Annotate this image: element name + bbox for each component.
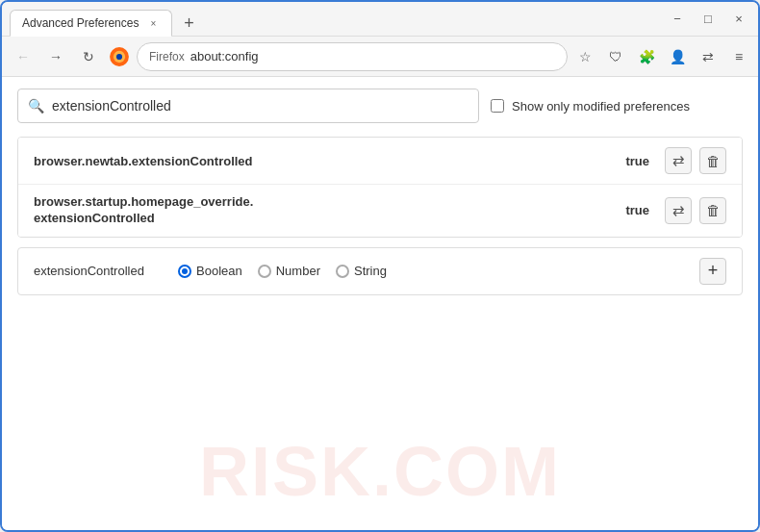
sync-icon[interactable]: ⇄ xyxy=(697,45,720,68)
maximize-button[interactable]: □ xyxy=(697,8,720,31)
profile-icon[interactable]: 👤 xyxy=(666,45,689,68)
toggle-button-1[interactable]: ⇄ xyxy=(665,147,692,174)
results-table: browser.newtab.extensionControlled true … xyxy=(17,137,743,238)
back-button[interactable]: ← xyxy=(10,43,37,70)
pref-name-line1: browser.startup.homepage_override. xyxy=(34,194,625,211)
table-row: browser.newtab.extensionControlled true … xyxy=(18,138,742,185)
delete-button-1[interactable]: 🗑 xyxy=(699,147,726,174)
pref-value-2: true xyxy=(625,203,649,217)
string-radio[interactable] xyxy=(336,265,349,278)
type-radio-group: Boolean Number String xyxy=(178,264,680,278)
shield-icon[interactable]: 🛡 xyxy=(604,45,627,68)
extension-icon[interactable]: 🧩 xyxy=(635,45,658,68)
string-label: String xyxy=(354,264,387,278)
boolean-radio[interactable] xyxy=(178,265,191,278)
toggle-button-2[interactable]: ⇄ xyxy=(665,197,692,224)
browser-name: Firefox xyxy=(149,50,185,63)
pref-name-1: browser.newtab.extensionControlled xyxy=(34,154,625,168)
title-bar: Advanced Preferences × + − □ × xyxy=(2,2,758,37)
number-radio-item[interactable]: Number xyxy=(258,264,320,278)
search-input[interactable] xyxy=(52,98,469,114)
nav-icons: ☆ 🛡 🧩 👤 ⇄ ≡ xyxy=(573,45,750,68)
modified-preferences-area: Show only modified preferences xyxy=(491,99,690,114)
number-label: Number xyxy=(276,264,320,278)
svg-point-2 xyxy=(116,53,122,59)
boolean-radio-item[interactable]: Boolean xyxy=(178,264,242,278)
active-tab[interactable]: Advanced Preferences × xyxy=(10,10,172,37)
table-row: browser.startup.homepage_override. exten… xyxy=(18,185,742,237)
tab-area: Advanced Preferences × + xyxy=(10,2,658,36)
string-radio-item[interactable]: String xyxy=(336,264,387,278)
pref-name-2: browser.startup.homepage_override. exten… xyxy=(34,194,625,227)
tab-close-button[interactable]: × xyxy=(146,16,160,30)
search-icon: 🔍 xyxy=(28,98,44,114)
reload-button[interactable]: ↻ xyxy=(75,43,102,70)
menu-button[interactable]: ≡ xyxy=(727,45,750,68)
add-button[interactable]: + xyxy=(699,258,726,285)
url-display: about:config xyxy=(190,49,259,63)
modified-label: Show only modified preferences xyxy=(512,99,690,114)
new-pref-name: extensionControlled xyxy=(34,264,159,278)
pref-name-line2: extensionControlled xyxy=(34,211,625,227)
boolean-label: Boolean xyxy=(196,264,242,278)
pref-value-1: true xyxy=(625,154,649,168)
watermark: RISK.COM xyxy=(199,432,561,511)
nav-bar: ← → ↻ Firefox about:config ☆ 🛡 🧩 👤 ⇄ ≡ xyxy=(2,37,758,77)
bookmark-icon[interactable]: ☆ xyxy=(573,45,596,68)
main-content: 🔍 Show only modified preferences browser… xyxy=(2,77,758,530)
window-controls: − □ × xyxy=(666,8,750,31)
add-preference-row: extensionControlled Boolean Number Strin… xyxy=(17,247,743,295)
new-tab-button[interactable]: + xyxy=(176,11,201,36)
number-radio[interactable] xyxy=(258,265,271,278)
modified-only-checkbox[interactable] xyxy=(491,99,504,113)
minimize-button[interactable]: − xyxy=(666,8,689,31)
delete-button-2[interactable]: 🗑 xyxy=(699,197,726,224)
row-actions-2: ⇄ 🗑 xyxy=(665,197,726,224)
row-actions-1: ⇄ 🗑 xyxy=(665,147,726,174)
search-area: 🔍 Show only modified preferences xyxy=(17,89,743,123)
forward-button[interactable]: → xyxy=(42,43,69,70)
close-button[interactable]: × xyxy=(727,8,750,31)
search-box[interactable]: 🔍 xyxy=(17,89,479,123)
firefox-icon xyxy=(108,45,131,68)
address-bar[interactable]: Firefox about:config xyxy=(137,42,568,71)
tab-title: Advanced Preferences xyxy=(22,16,139,30)
